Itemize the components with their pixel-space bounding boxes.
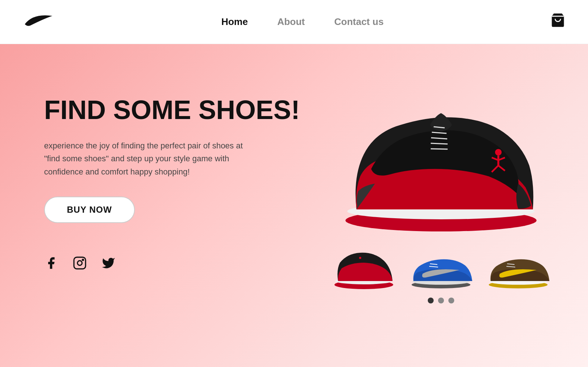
nike-swoosh-icon — [22, 10, 55, 30]
thumbnail-3[interactable] — [485, 242, 551, 290]
svg-line-10 — [431, 149, 448, 149]
hero-title: FIND SOME SHOES! — [44, 96, 301, 125]
thumbnail-1[interactable] — [331, 242, 397, 290]
hero-section: FIND SOME SHOES! experience the joy of f… — [0, 44, 588, 367]
dot-3[interactable] — [448, 298, 454, 303]
nav-links: Home About Contact us — [221, 16, 384, 28]
nav-contact[interactable]: Contact us — [334, 16, 384, 28]
twitter-icon[interactable] — [101, 256, 115, 270]
svg-point-2 — [78, 260, 82, 265]
nav-home[interactable]: Home — [221, 16, 248, 28]
dot-1[interactable] — [428, 298, 434, 303]
svg-point-3 — [82, 259, 83, 260]
hero-shoes — [301, 66, 559, 303]
cart-icon[interactable] — [550, 12, 566, 32]
dot-2[interactable] — [438, 298, 444, 303]
facebook-icon[interactable] — [44, 256, 58, 270]
nav-about[interactable]: About — [277, 16, 305, 28]
svg-line-9 — [431, 143, 448, 144]
svg-rect-1 — [74, 257, 86, 269]
navbar: Home About Contact us — [0, 0, 588, 44]
svg-point-19 — [359, 257, 361, 259]
brand-logo[interactable] — [22, 10, 55, 34]
svg-point-11 — [495, 149, 502, 155]
social-links — [44, 256, 301, 270]
hero-description: experience the joy of finding the perfec… — [44, 139, 257, 178]
hero-content: FIND SOME SHOES! experience the joy of f… — [44, 66, 301, 270]
shoe-thumbnails — [331, 242, 551, 290]
main-shoe-display — [327, 73, 555, 235]
buy-now-button[interactable]: BUY NOW — [44, 197, 135, 223]
main-shoe-image — [327, 73, 555, 235]
carousel-dots — [428, 298, 454, 303]
instagram-icon[interactable] — [73, 256, 87, 270]
thumbnail-2[interactable] — [408, 242, 474, 290]
